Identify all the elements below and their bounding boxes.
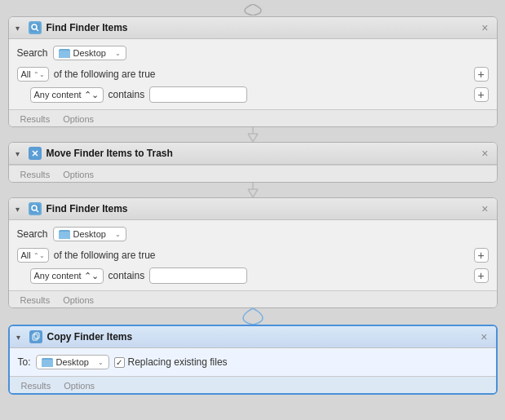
tab-options-find2[interactable]: Options bbox=[60, 294, 97, 306]
action-header-move1: ▾ Move Finder Items to Trash × bbox=[9, 143, 497, 165]
search-row-find2: Search Desktop ⌄ bbox=[17, 227, 489, 241]
to-label-copy1: To: bbox=[18, 356, 31, 368]
move-finder-items-block: ▾ Move Finder Items to Trash × Results O… bbox=[8, 142, 498, 183]
close-button-find1[interactable]: × bbox=[480, 22, 489, 33]
replacing-text: Replacing existing files bbox=[128, 356, 228, 368]
tab-results-find1[interactable]: Results bbox=[17, 113, 54, 125]
copy-finder-items-block: ▾ Copy Finder Items × To: Desktop ⌄ bbox=[8, 325, 498, 395]
find-icon-1 bbox=[29, 21, 42, 34]
action-body-find1: Search Desktop ⌄ All ⌃⌄ of the following… bbox=[9, 39, 497, 109]
filter-input-find1[interactable] bbox=[149, 86, 247, 103]
close-button-copy1[interactable]: × bbox=[479, 331, 489, 343]
find-finder-items-block-1: ▾ Find Finder Items × Search Desktop ⌄ bbox=[8, 16, 498, 127]
tab-options-find1[interactable]: Options bbox=[60, 113, 97, 125]
action-title-move1: Move Finder Items to Trash bbox=[47, 148, 490, 159]
connector-1-2 bbox=[241, 127, 265, 142]
replacing-checkbox[interactable]: ✓ bbox=[114, 357, 125, 368]
search-row-find1: Search Desktop ⌄ bbox=[17, 46, 489, 60]
action-title-copy1: Copy Finder Items bbox=[47, 331, 489, 343]
folder-icon-find1 bbox=[59, 49, 70, 58]
folder-name-find1: Desktop bbox=[73, 48, 106, 58]
condition-text-find2: of the following are true bbox=[54, 250, 156, 261]
collapse-arrow-find2[interactable]: ▾ bbox=[16, 205, 24, 214]
filter-text-find2: contains bbox=[109, 270, 145, 281]
action-tabs-find1: Results Options bbox=[9, 109, 497, 126]
action-body-find2: Search Desktop ⌄ All ⌃⌄ of the following… bbox=[9, 220, 497, 290]
add-condition-btn-find1[interactable]: + bbox=[474, 67, 489, 82]
search-label-find2: Search bbox=[17, 228, 48, 240]
action-title-find2: Find Finder Items bbox=[47, 203, 490, 214]
collapse-arrow-copy1[interactable]: ▾ bbox=[16, 333, 24, 342]
dropdown-arrow-find1: ⌄ bbox=[115, 50, 121, 57]
filter-row-find2: Any content ⌃⌄ contains + bbox=[30, 267, 489, 284]
folder-icon-copy1 bbox=[42, 358, 53, 367]
copy-icon bbox=[29, 330, 42, 343]
filter-input-find2[interactable] bbox=[149, 267, 247, 284]
tab-options-copy1[interactable]: Options bbox=[60, 380, 98, 391]
folder-selector-find2[interactable]: Desktop ⌄ bbox=[53, 227, 126, 241]
action-header-find2: ▾ Find Finder Items × bbox=[9, 198, 497, 220]
condition-row-find2: All ⌃⌄ of the following are true + bbox=[17, 248, 489, 263]
folder-name-find2: Desktop bbox=[73, 229, 106, 239]
tab-results-move1[interactable]: Results bbox=[17, 169, 54, 180]
collapse-arrow-find1[interactable]: ▾ bbox=[16, 24, 24, 33]
filter-text-find1: contains bbox=[109, 89, 145, 100]
condition-select-find2[interactable]: All ⌃⌄ bbox=[17, 248, 49, 263]
add-filter-btn-find1[interactable]: + bbox=[474, 87, 489, 102]
replacing-checkbox-label[interactable]: ✓ Replacing existing files bbox=[114, 356, 228, 368]
tab-results-copy1[interactable]: Results bbox=[18, 380, 55, 391]
find-icon-2 bbox=[29, 202, 42, 215]
close-button-find2[interactable]: × bbox=[480, 203, 489, 214]
action-body-copy1: To: Desktop ⌄ ✓ Replacing existing files bbox=[10, 348, 496, 376]
search-label-find1: Search bbox=[17, 47, 48, 59]
content-select-find2[interactable]: Any content ⌃⌄ bbox=[30, 268, 104, 284]
condition-row-find1: All ⌃⌄ of the following are true + bbox=[17, 67, 489, 82]
connector-3-4 bbox=[237, 308, 269, 325]
tab-results-find2[interactable]: Results bbox=[17, 294, 54, 306]
action-title-find1: Find Finder Items bbox=[47, 22, 490, 33]
dropdown-arrow-copy1: ⌄ bbox=[98, 359, 104, 366]
add-condition-btn-find2[interactable]: + bbox=[474, 248, 489, 263]
action-tabs-move1: Results Options bbox=[9, 165, 497, 182]
top-connector bbox=[241, 3, 265, 16]
workflow-container: ▾ Find Finder Items × Search Desktop ⌄ bbox=[0, 0, 505, 420]
move-icon bbox=[29, 147, 42, 160]
connector-2-3 bbox=[241, 183, 265, 197]
to-row-copy1: To: Desktop ⌄ ✓ Replacing existing files bbox=[18, 355, 488, 369]
action-tabs-find2: Results Options bbox=[9, 290, 497, 307]
tab-options-move1[interactable]: Options bbox=[60, 169, 97, 180]
collapse-arrow-move1[interactable]: ▾ bbox=[16, 149, 24, 158]
content-select-find1[interactable]: Any content ⌃⌄ bbox=[30, 87, 104, 103]
action-header-copy1: ▾ Copy Finder Items × bbox=[10, 326, 496, 348]
action-tabs-copy1: Results Options bbox=[10, 376, 496, 393]
condition-select-find1[interactable]: All ⌃⌄ bbox=[17, 67, 49, 82]
close-button-move1[interactable]: × bbox=[480, 148, 489, 159]
folder-selector-copy1[interactable]: Desktop ⌄ bbox=[36, 355, 109, 369]
folder-selector-find1[interactable]: Desktop ⌄ bbox=[53, 46, 126, 60]
folder-icon-find2 bbox=[59, 230, 70, 239]
folder-name-copy1: Desktop bbox=[56, 357, 89, 367]
condition-text-find1: of the following are true bbox=[54, 69, 156, 80]
filter-row-find1: Any content ⌃⌄ contains + bbox=[30, 86, 489, 103]
find-finder-items-block-2: ▾ Find Finder Items × Search Desktop ⌄ bbox=[8, 197, 498, 308]
add-filter-btn-find2[interactable]: + bbox=[474, 268, 489, 283]
action-header-find1: ▾ Find Finder Items × bbox=[9, 17, 497, 39]
dropdown-arrow-find2: ⌄ bbox=[115, 231, 121, 238]
